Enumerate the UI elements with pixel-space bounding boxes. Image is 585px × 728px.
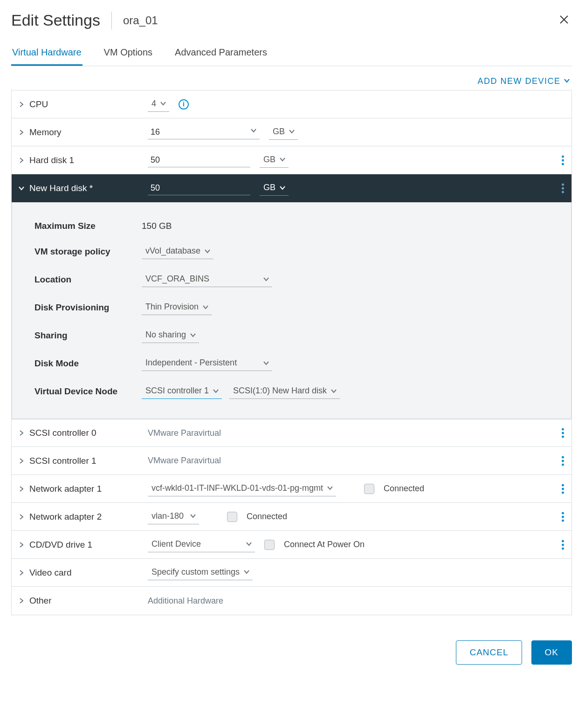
- row-hard-disk-1: Hard disk 1 GB: [12, 146, 571, 174]
- hardware-panel: CPU 4 i Memory GB Hard disk 1: [11, 90, 572, 615]
- vdn-slot-select[interactable]: SCSI(1:0) New Hard disk: [229, 384, 340, 399]
- hard-disk-1-size-input[interactable]: [148, 153, 250, 167]
- row-scsi-controller-1: SCSI controller 1 VMware Paravirtual: [12, 447, 571, 475]
- kebab-menu-icon[interactable]: [559, 453, 567, 468]
- vm-name: ora_01: [123, 14, 158, 27]
- tab-virtual-hardware[interactable]: Virtual Hardware: [11, 47, 83, 66]
- chevron-down-icon[interactable]: [18, 185, 27, 192]
- kebab-menu-icon[interactable]: [559, 426, 567, 441]
- row-memory: Memory GB: [12, 118, 571, 146]
- video-label: Video card: [29, 568, 72, 578]
- disk-provisioning-label: Disk Provisioning: [34, 302, 142, 313]
- new-hard-disk-unit-value: GB: [263, 183, 275, 192]
- cd-device-select[interactable]: Client Device: [148, 537, 255, 552]
- tab-vm-options[interactable]: VM Options: [103, 47, 153, 66]
- cancel-button[interactable]: CANCEL: [456, 640, 522, 665]
- net1-network-select[interactable]: vcf-wkld-01-IT-INF-WKLD-01-vds-01-pg-mgm…: [148, 481, 336, 496]
- cpu-count-value: 4: [151, 99, 156, 109]
- row-cd-dvd-drive-1: CD/DVD drive 1 Client Device Connect At …: [12, 531, 571, 559]
- new-hard-disk-details: Maximum Size 150 GB VM storage policy vV…: [12, 202, 571, 419]
- net1-connected-checkbox[interactable]: [364, 484, 374, 494]
- scsi0-value: VMware Paravirtual: [148, 428, 221, 438]
- kebab-menu-icon[interactable]: [559, 481, 567, 496]
- divider: [111, 12, 112, 29]
- location-value: VCF_ORA_BINS: [145, 274, 209, 284]
- dialog-header: Edit Settings ora_01: [11, 11, 572, 29]
- chevron-down-icon: [213, 388, 219, 394]
- disk-provisioning-select[interactable]: Thin Provision: [142, 300, 212, 315]
- kebab-menu-icon[interactable]: [559, 181, 567, 196]
- dialog-title: Edit Settings: [11, 11, 100, 29]
- net2-network-select[interactable]: vlan-180: [148, 509, 199, 524]
- hard-disk-1-unit-value: GB: [263, 155, 275, 165]
- sharing-select[interactable]: No sharing: [142, 328, 199, 343]
- vdn-controller-select[interactable]: SCSI controller 1: [142, 384, 222, 399]
- storage-policy-select[interactable]: vVol_database: [142, 244, 213, 259]
- chevron-down-icon: [327, 485, 333, 491]
- kebab-menu-icon[interactable]: [559, 509, 567, 524]
- tab-advanced-parameters[interactable]: Advanced Parameters: [174, 47, 268, 66]
- new-hard-disk-label: New Hard disk *: [29, 183, 93, 193]
- ok-button[interactable]: OK: [531, 640, 572, 665]
- info-icon[interactable]: i: [179, 99, 189, 110]
- chevron-down-icon: [279, 185, 286, 191]
- vdn-controller-value: SCSI controller 1: [145, 386, 209, 396]
- virtual-device-node-label: Virtual Device Node: [34, 386, 142, 397]
- chevron-right-icon[interactable]: [18, 430, 27, 436]
- cpu-count-select[interactable]: 4: [148, 97, 169, 112]
- chevron-right-icon[interactable]: [18, 157, 27, 164]
- kebab-menu-icon[interactable]: [559, 537, 567, 552]
- cd-connect-checkbox[interactable]: [264, 540, 275, 550]
- cd-connect-label: Connect At Power On: [284, 540, 365, 549]
- location-select[interactable]: VCF_ORA_BINS: [142, 272, 272, 287]
- cpu-label: CPU: [29, 99, 48, 110]
- location-label: Location: [34, 275, 142, 285]
- new-hard-disk-unit-select[interactable]: GB: [260, 181, 289, 196]
- net2-connected-checkbox[interactable]: [227, 512, 237, 522]
- close-icon[interactable]: [556, 13, 572, 28]
- net2-connected-label: Connected: [247, 512, 287, 522]
- chevron-right-icon[interactable]: [18, 542, 27, 548]
- chevron-right-icon[interactable]: [18, 570, 27, 576]
- storage-policy-label: VM storage policy: [34, 247, 142, 257]
- net2-network-value: vlan-180: [151, 511, 184, 521]
- row-cpu: CPU 4 i: [12, 90, 571, 118]
- video-settings-value: Specify custom settings: [151, 567, 240, 577]
- chevron-down-icon[interactable]: [250, 127, 257, 134]
- net1-label: Network adapter 1: [29, 484, 102, 494]
- sharing-label: Sharing: [34, 330, 142, 341]
- chevron-right-icon[interactable]: [18, 598, 27, 604]
- chevron-down-icon: [263, 360, 269, 366]
- memory-unit-value: GB: [273, 127, 285, 137]
- chevron-down-icon: [190, 332, 196, 338]
- row-network-adapter-1: Network adapter 1 vcf-wkld-01-IT-INF-WKL…: [12, 475, 571, 503]
- new-hard-disk-size-input[interactable]: [148, 181, 250, 195]
- net1-connected-label: Connected: [384, 484, 424, 494]
- row-video-card: Video card Specify custom settings: [12, 559, 571, 587]
- chevron-right-icon[interactable]: [18, 486, 27, 492]
- storage-policy-value: vVol_database: [145, 246, 200, 256]
- chevron-right-icon[interactable]: [18, 101, 27, 108]
- chevron-right-icon[interactable]: [18, 129, 27, 136]
- scsi1-label: SCSI controller 1: [29, 456, 96, 466]
- add-new-device-button[interactable]: ADD NEW DEVICE: [477, 76, 570, 86]
- chevron-right-icon[interactable]: [18, 458, 27, 464]
- hard-disk-1-unit-select[interactable]: GB: [260, 153, 289, 168]
- memory-label: Memory: [29, 127, 62, 137]
- disk-mode-value: Independent - Persistent: [145, 358, 237, 368]
- sharing-value: No sharing: [145, 330, 186, 340]
- kebab-menu-icon[interactable]: [559, 152, 567, 168]
- chevron-down-icon: [289, 128, 295, 135]
- video-settings-select[interactable]: Specify custom settings: [148, 565, 253, 580]
- chevron-down-icon: [190, 513, 196, 519]
- chevron-down-icon: [564, 77, 570, 84]
- row-new-hard-disk: New Hard disk * GB: [12, 174, 571, 202]
- memory-unit-select[interactable]: GB: [269, 125, 298, 140]
- other-label: Other: [29, 596, 52, 606]
- row-scsi-controller-0: SCSI controller 0 VMware Paravirtual: [12, 419, 571, 447]
- cd-device-value: Client Device: [151, 539, 201, 549]
- memory-input[interactable]: [148, 125, 260, 139]
- disk-mode-select[interactable]: Independent - Persistent: [142, 356, 272, 371]
- chevron-right-icon[interactable]: [18, 514, 27, 520]
- chevron-down-icon: [330, 388, 337, 394]
